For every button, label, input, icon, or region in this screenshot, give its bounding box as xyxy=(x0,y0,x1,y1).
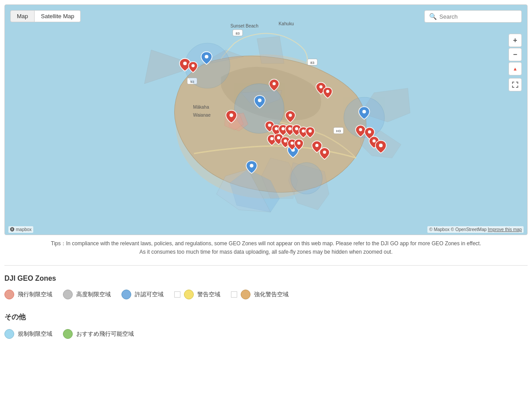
legend-other-section: その他 規制制限空域 おすすめ飛行可能空域 xyxy=(4,313,528,339)
svg-point-34 xyxy=(282,127,285,130)
altitude-color-swatch xyxy=(63,290,73,299)
tips-line1: Tips：In compliance with the relevant law… xyxy=(4,239,528,248)
svg-point-49 xyxy=(379,144,383,147)
svg-text:Sunset Beach: Sunset Beach xyxy=(231,24,258,28)
regulatory-label: 規制制限空域 xyxy=(18,330,52,338)
svg-text:83: 83 xyxy=(310,61,315,65)
svg-point-20 xyxy=(205,55,208,59)
svg-point-24 xyxy=(250,164,253,168)
map-tab-button[interactable]: Map xyxy=(10,10,35,22)
enhanced-warning-label: 強化警告空域 xyxy=(254,290,289,298)
improve-map-link[interactable]: Improve this map xyxy=(488,227,522,232)
restricted-label: 飛行制限空域 xyxy=(18,290,52,298)
map-attribution-right: © Mapbox © OpenStreetMap Improve this ma… xyxy=(427,226,524,233)
svg-text:Waianae: Waianae xyxy=(193,113,211,118)
authorized-label: 許認可空域 xyxy=(135,290,164,298)
svg-text:83: 83 xyxy=(235,31,240,35)
svg-point-35 xyxy=(288,127,291,130)
compass-button[interactable]: ▲ xyxy=(509,62,522,75)
mapbox-logo: 🅜 mapbox xyxy=(10,227,31,232)
svg-point-29 xyxy=(326,90,329,93)
svg-point-31 xyxy=(289,114,292,117)
divider xyxy=(4,265,528,266)
svg-text:Kahuku: Kahuku xyxy=(279,21,294,26)
svg-point-21 xyxy=(258,98,262,102)
map-background: 83 83 H3 93 Sunset Beach Kahuku Mākaha W… xyxy=(5,5,527,235)
search-box: 🔍 xyxy=(424,10,522,23)
legend-item-regulatory: 規制制限空域 xyxy=(4,329,52,339)
warning-color-swatch xyxy=(184,290,194,299)
map-attribution-left: 🅜 mapbox xyxy=(8,226,33,233)
legend-other-title: その他 xyxy=(4,313,528,322)
svg-point-16 xyxy=(291,162,322,194)
regulatory-color-swatch xyxy=(4,329,14,339)
restricted-color-swatch xyxy=(4,290,14,299)
enhanced-warning-checkbox[interactable] xyxy=(231,291,237,298)
svg-point-37 xyxy=(302,130,305,133)
page-wrapper: 83 83 H3 93 Sunset Beach Kahuku Mākaha W… xyxy=(0,0,532,357)
tips-line2: As it consumes too much time for mass da… xyxy=(4,248,528,256)
warning-checkbox[interactable] xyxy=(174,291,180,298)
warning-label: 警告空域 xyxy=(197,290,220,298)
search-input[interactable] xyxy=(439,13,517,20)
search-icon: 🔍 xyxy=(429,13,437,20)
altitude-label: 高度制限空域 xyxy=(76,290,111,298)
svg-point-36 xyxy=(295,127,298,130)
svg-text:H3: H3 xyxy=(336,129,341,133)
svg-point-47 xyxy=(368,130,371,133)
legend-item-altitude: 高度制限空域 xyxy=(63,290,111,299)
svg-point-46 xyxy=(359,128,362,131)
legend-item-enhanced-warning: 強化警告空域 xyxy=(231,290,289,299)
svg-point-39 xyxy=(270,137,274,140)
svg-point-26 xyxy=(192,64,195,67)
legend-dji-section: DJI GEO Zones 飛行制限空域 高度制限空域 許認可空域 警告空 xyxy=(4,275,528,299)
legend-item-authorized: 許認可空域 xyxy=(121,290,164,299)
svg-point-40 xyxy=(277,136,280,139)
svg-point-43 xyxy=(297,141,301,145)
svg-point-27 xyxy=(273,82,276,85)
svg-text:Mākaha: Mākaha xyxy=(193,105,209,110)
legend-other-items: 規制制限空域 おすすめ飛行可能空域 xyxy=(4,329,528,339)
tips-section: Tips：In compliance with the relevant law… xyxy=(4,239,528,256)
legend-dji-title: DJI GEO Zones xyxy=(4,275,528,283)
recommended-color-swatch xyxy=(63,329,73,339)
authorized-color-swatch xyxy=(121,290,131,299)
satellite-tab-button[interactable]: Satellite Map xyxy=(35,10,81,22)
zoom-in-button[interactable]: + xyxy=(509,34,522,47)
svg-point-25 xyxy=(183,62,187,65)
fullscreen-button[interactable] xyxy=(509,78,522,91)
svg-point-30 xyxy=(230,114,233,117)
svg-point-48 xyxy=(372,139,376,142)
svg-point-32 xyxy=(268,124,271,127)
svg-point-38 xyxy=(309,130,312,133)
svg-point-22 xyxy=(362,110,366,114)
svg-point-44 xyxy=(315,144,318,147)
legend-dji-items: 飛行制限空域 高度制限空域 許認可空域 警告空域 強 xyxy=(4,290,528,299)
legend-item-restricted: 飛行制限空域 xyxy=(4,290,52,299)
legend-item-warning: 警告空域 xyxy=(174,290,220,299)
recommended-label: おすすめ飛行可能空域 xyxy=(76,330,134,338)
map-topbar: Map Satellite Map xyxy=(10,10,81,22)
enhanced-warning-color-swatch xyxy=(241,290,250,299)
svg-point-28 xyxy=(319,85,322,88)
zoom-out-button[interactable]: − xyxy=(509,48,522,61)
svg-point-42 xyxy=(290,141,293,145)
map-container: 83 83 H3 93 Sunset Beach Kahuku Mākaha W… xyxy=(4,4,528,235)
legend-item-recommended: おすすめ飛行可能空域 xyxy=(63,329,134,339)
svg-point-33 xyxy=(275,127,278,130)
zoom-controls: + − ▲ xyxy=(509,34,522,91)
svg-point-41 xyxy=(284,139,287,142)
svg-point-45 xyxy=(323,151,326,154)
